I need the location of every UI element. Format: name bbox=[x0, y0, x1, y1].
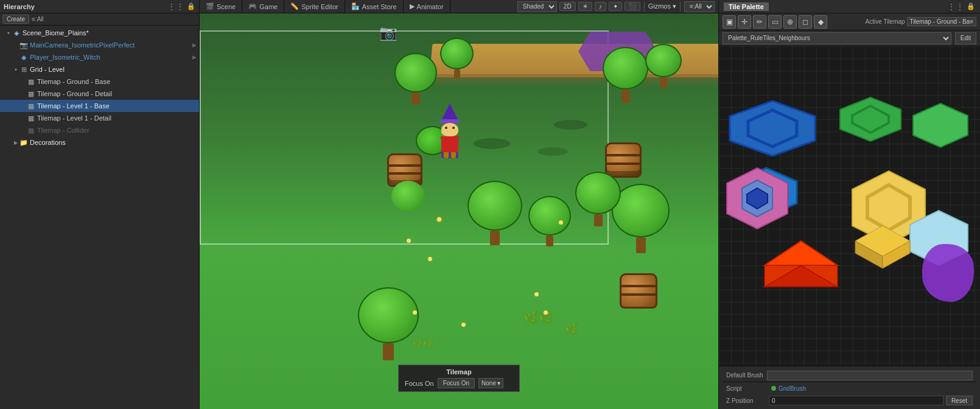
fx-btn[interactable]: ✦ bbox=[609, 2, 622, 11]
gizmos-label[interactable]: Gizmos ▾ bbox=[648, 2, 676, 10]
top-tab-bar: Hierarchy ⋮⋮ 🔒 🎬 Scene 🎮 Game ✏️ Sprite … bbox=[0, 0, 980, 13]
script-label: Script bbox=[726, 385, 769, 392]
tree-item-player[interactable]: ▶ ◆ Player_Isometric_Witch ▶ bbox=[0, 51, 199, 63]
scene-toolbar-right: Shaded 2D ☀ ♪ ✦ ⬛ Gizmos ▾ ≡:All bbox=[514, 1, 718, 12]
tree-item-tm-level1-base[interactable]: ▶ ▦ Tilemap - Level 1 - Base bbox=[0, 100, 199, 112]
tool-eraser[interactable]: ◻ bbox=[799, 15, 812, 29]
tm-collider-label: Tilemap - Collider bbox=[37, 127, 89, 134]
shadow-1 bbox=[474, 138, 510, 149]
tm-ground-base-label: Tilemap - Ground - Base bbox=[37, 78, 110, 85]
grid-label: Grid - Level bbox=[30, 66, 65, 73]
tool-select[interactable]: ▣ bbox=[723, 15, 736, 29]
lava-tile bbox=[761, 238, 841, 290]
none-dropdown[interactable]: None ▾ bbox=[478, 378, 503, 388]
expand-camera[interactable]: ▶ bbox=[192, 42, 197, 48]
tile-palette-panel: ▣ ✛ ✏ ▭ ⊕ ◻ ◆ Active Tilemap Tilemap - G… bbox=[718, 13, 980, 409]
tool-rect[interactable]: ▭ bbox=[768, 15, 782, 29]
tool-fill[interactable]: ◆ bbox=[814, 15, 827, 29]
tree-8 bbox=[575, 172, 621, 226]
scene-view: 📷 bbox=[200, 13, 718, 409]
hierarchy-panel: Create ≡:All ▾ ◈ Scene_Biome_Plains* ▶ 📷… bbox=[0, 13, 200, 409]
green-hex-tile-1 bbox=[834, 95, 907, 144]
flower-5 bbox=[413, 310, 417, 315]
flower-6 bbox=[461, 323, 466, 327]
default-brush-slider[interactable] bbox=[767, 371, 973, 380]
tab-sprite-editor[interactable]: ✏️ Sprite Editor bbox=[284, 0, 345, 13]
scene-icon: ◈ bbox=[12, 29, 21, 37]
tool-picker[interactable]: ⊕ bbox=[783, 15, 797, 29]
game-tab-label: Game bbox=[259, 3, 278, 10]
camera-widget: 📷 bbox=[379, 24, 397, 41]
tree-item-grid[interactable]: ▾ ⊞ Grid - Level bbox=[0, 63, 199, 75]
tab-scene[interactable]: 🎬 Scene bbox=[200, 0, 242, 13]
tool-move[interactable]: ✛ bbox=[738, 15, 751, 29]
hierarchy-search-row: Create ≡:All bbox=[0, 13, 199, 26]
sky-btn[interactable]: ⬛ bbox=[625, 2, 640, 11]
shadow-3 bbox=[554, 120, 587, 130]
hierarchy-tree: ▾ ◈ Scene_Biome_Plains* ▶ 📷 MainCamera_I… bbox=[0, 26, 199, 409]
sprite-editor-tab-label: Sprite Editor bbox=[301, 3, 338, 10]
scene-canvas[interactable]: 📷 bbox=[200, 13, 718, 409]
palette-selector-row: Palette_RuleTiles_Neighbours Edit bbox=[719, 30, 980, 46]
none-label: None bbox=[481, 380, 496, 386]
focus-on-button[interactable]: Focus On bbox=[438, 378, 475, 388]
player-character bbox=[440, 103, 460, 158]
grass-2: 🌿 bbox=[565, 323, 578, 336]
animator-tab-label: Animator bbox=[417, 3, 444, 10]
sep1 bbox=[644, 2, 645, 12]
flower-2 bbox=[407, 239, 411, 243]
default-brush-label: Default Brush bbox=[726, 372, 763, 379]
tree-item-tm-ground-detail[interactable]: ▶ ▦ Tilemap - Ground - Detail bbox=[0, 88, 199, 100]
all-dropdown[interactable]: ≡:All bbox=[684, 1, 715, 12]
shaded-dropdown[interactable]: Shaded bbox=[517, 1, 557, 12]
palette-canvas[interactable] bbox=[719, 46, 980, 366]
z-position-row: Z Position Reset bbox=[723, 394, 976, 407]
all-toggle[interactable]: ≡:All bbox=[32, 16, 44, 23]
tm-level1-detail-label: Tilemap - Level 1 - Detail bbox=[37, 114, 111, 122]
hierarchy-dots[interactable]: ⋮⋮ bbox=[167, 2, 184, 12]
reset-button[interactable]: Reset bbox=[946, 396, 973, 405]
create-button[interactable]: Create bbox=[2, 15, 29, 24]
grass-3: 🌿🌿 bbox=[413, 338, 433, 348]
tilemap-gd-icon: ▦ bbox=[27, 89, 35, 98]
tile-palette-lock[interactable]: 🔒 bbox=[967, 2, 975, 10]
camera-label: MainCamera_IsometricPixelPerfect bbox=[30, 41, 135, 49]
edit-palette-button[interactable]: Edit bbox=[955, 32, 976, 44]
active-tilemap-dropdown[interactable]: Tilemap - Ground - Ba≡ bbox=[907, 17, 976, 26]
tree-item-decorations[interactable]: ▶ 📁 Decorations bbox=[0, 136, 199, 149]
mode-2d-btn[interactable]: 2D bbox=[559, 2, 576, 11]
light-btn[interactable]: ☀ bbox=[578, 2, 592, 11]
tile-palette-title: Tile Palette bbox=[724, 2, 769, 11]
tree-item-camera[interactable]: ▶ 📷 MainCamera_IsometricPixelPerfect ▶ bbox=[0, 39, 199, 51]
flower-3 bbox=[428, 257, 432, 261]
camera-icon: 📷 bbox=[19, 41, 28, 49]
tree-5 bbox=[467, 181, 522, 245]
z-position-label: Z Position bbox=[726, 397, 769, 404]
tree-item-scene[interactable]: ▾ ◈ Scene_Biome_Plains* bbox=[0, 27, 199, 39]
tilemap-popup-row: Focus On Focus On None ▾ bbox=[405, 378, 513, 388]
hierarchy-lock[interactable]: 🔒 bbox=[187, 2, 195, 10]
tree-item-tm-level1-detail[interactable]: ▶ ▦ Tilemap - Level 1 - Detail bbox=[0, 112, 199, 124]
green-hex-tile-2 bbox=[910, 101, 971, 150]
z-position-input[interactable] bbox=[769, 396, 943, 405]
barrel-bottom-right bbox=[620, 273, 657, 309]
tile-palette-dots[interactable]: ⋮⋮ bbox=[947, 2, 964, 12]
tm-ground-detail-label: Tilemap - Ground - Detail bbox=[37, 90, 112, 97]
arrow-scene: ▾ bbox=[5, 29, 12, 37]
tilemap-l1b-icon: ▦ bbox=[27, 102, 35, 110]
tab-animator[interactable]: ▶ Animator bbox=[404, 0, 450, 13]
script-value: GridBrush bbox=[779, 385, 806, 392]
tool-paint[interactable]: ✏ bbox=[753, 15, 766, 29]
tab-asset-store[interactable]: 🏪 Asset Store bbox=[345, 0, 404, 13]
scene-label: Scene_Biome_Plains* bbox=[23, 29, 89, 37]
audio-btn[interactable]: ♪ bbox=[595, 2, 606, 11]
tree-4 bbox=[645, 44, 682, 88]
palette-tools-row: ▣ ✛ ✏ ▭ ⊕ ◻ ◆ Active Tilemap Tilemap - G… bbox=[719, 13, 980, 30]
expand-player[interactable]: ▶ bbox=[192, 54, 197, 60]
tab-game[interactable]: 🎮 Game bbox=[242, 0, 284, 13]
palette-select[interactable]: Palette_RuleTiles_Neighbours bbox=[723, 32, 951, 44]
svg-marker-6 bbox=[913, 103, 968, 147]
tree-item-tm-ground-base[interactable]: ▶ ▦ Tilemap - Ground - Base bbox=[0, 75, 199, 88]
tree-item-tm-collider[interactable]: ▶ ▦ Tilemap - Collider bbox=[0, 124, 199, 136]
player-label: Player_Isometric_Witch bbox=[30, 54, 100, 61]
